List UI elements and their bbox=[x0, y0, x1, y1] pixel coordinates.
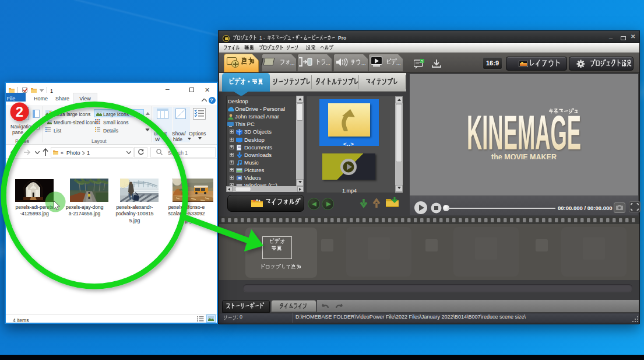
svg-text:2: 2 bbox=[16, 104, 23, 120]
